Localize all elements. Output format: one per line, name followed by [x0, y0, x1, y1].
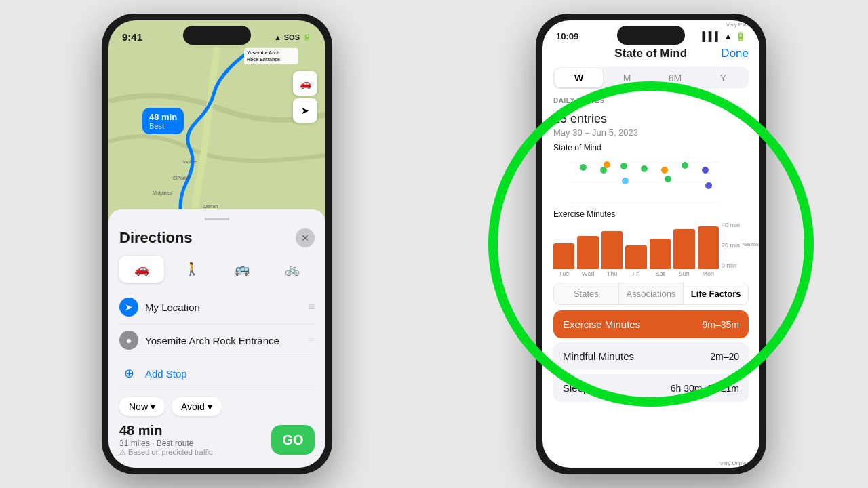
- dynamic-island-left: [183, 26, 251, 45]
- wifi-icon: ▲: [724, 31, 732, 41]
- route-controls: Now ▾ Avoid ▾: [119, 397, 315, 416]
- svg-point-17: [604, 161, 610, 168]
- directions-header: Directions ✕: [119, 228, 315, 247]
- bar-sat: [650, 239, 671, 270]
- tab-6month[interactable]: 6M: [651, 68, 699, 87]
- tab-walk[interactable]: 🚶: [170, 256, 214, 283]
- add-stop-row[interactable]: ⊕ Add Stop: [119, 357, 315, 390]
- axis-very-unpleasant: Very Unpleasant: [715, 460, 760, 466]
- metric-mindful-label: Mindful Minutes: [563, 350, 634, 362]
- go-button[interactable]: GO: [271, 425, 315, 455]
- tab-states[interactable]: States: [554, 283, 619, 304]
- svg-point-19: [622, 178, 629, 184]
- day-sat: Sat: [650, 270, 671, 277]
- exercise-bars: [553, 222, 719, 269]
- exercise-chart-area: Tue Wed Thu Fri Sat Sun Mon: [553, 222, 719, 277]
- svg-text:Yosemite Arch: Yosemite Arch: [247, 50, 279, 55]
- right-phone: 10:09 ▌▌▌ ▲ 🔋 State of Mind Done W: [536, 14, 766, 474]
- health-content: State of Mind Done W M 6M Y DAILY STATES…: [542, 44, 760, 468]
- tab-week[interactable]: W: [555, 68, 603, 87]
- tab-transit[interactable]: 🚌: [220, 256, 264, 283]
- waypoint-start-label[interactable]: My Location: [145, 302, 302, 313]
- svg-point-23: [682, 162, 688, 169]
- bar-tue: [553, 243, 574, 270]
- count-suffix: entries: [567, 112, 607, 125]
- day-labels: Tue Wed Thu Fri Sat Sun Mon: [553, 270, 719, 277]
- compass-button[interactable]: ➤: [293, 98, 317, 123]
- left-phone: 9:41 ▲ SOS 🔋 Using Offline Maps: [102, 14, 332, 474]
- battery-icon: 🔋: [302, 33, 312, 41]
- bar-fri: [625, 245, 646, 269]
- car-mode-button[interactable]: 🚗: [293, 71, 317, 96]
- sos-label: SOS: [284, 33, 300, 41]
- bar-thu: [601, 231, 623, 269]
- now-button[interactable]: Now ▾: [119, 397, 165, 416]
- transport-tabs: 🚗 🚶 🚌 🚲: [119, 256, 315, 283]
- som-section: State of Mind: [553, 143, 749, 209]
- tab-car[interactable]: 🚗: [119, 256, 164, 283]
- avoid-label: Avoid ▾: [181, 401, 212, 412]
- close-directions-button[interactable]: ✕: [296, 228, 315, 247]
- route-summary: 48 min 31 miles · Best route ⚠ Based on …: [119, 416, 315, 457]
- count-number: 15: [553, 112, 567, 125]
- right-phone-wrapper: 10:09 ▌▌▌ ▲ 🔋 State of Mind Done W: [536, 14, 766, 474]
- traffic-note: ⚠ Based on predicted traffic: [119, 448, 213, 457]
- battery-right-icon: 🔋: [735, 31, 746, 41]
- svg-text:Midpines: Midpines: [153, 190, 172, 196]
- route-time: 48 min: [149, 112, 177, 122]
- time-right: 10:09: [556, 31, 578, 41]
- drag-handle: [205, 218, 229, 220]
- bar-mon: [698, 226, 719, 269]
- dynamic-island-right: [617, 26, 685, 45]
- day-fri: Fri: [625, 270, 646, 277]
- route-quality: Best: [149, 122, 177, 130]
- waypoint-dest: ● Yosemite Arch Rock Entrance ≡: [119, 324, 315, 357]
- day-thu: Thu: [601, 270, 623, 277]
- now-label: Now ▾: [129, 401, 155, 412]
- dest-icon: ●: [119, 331, 138, 350]
- signal-icon: ▲: [274, 33, 281, 41]
- day-tue: Tue: [553, 270, 574, 277]
- status-icons-left: ▲ SOS 🔋: [274, 33, 312, 41]
- axis-neutral: Neutral: [715, 241, 760, 247]
- time-left: 9:41: [122, 31, 142, 43]
- map-area[interactable]: Using Offline Maps Yosemite Arch Rock En…: [108, 47, 326, 209]
- health-title: State of Mind: [580, 47, 721, 60]
- right-screen: 10:09 ▌▌▌ ▲ 🔋 State of Mind Done W: [542, 20, 760, 468]
- drag-handle-dest-icon: ≡: [309, 334, 315, 346]
- route-time-label: 48 min Best: [142, 108, 184, 134]
- summary-text: 48 min 31 miles · Best route ⚠ Based on …: [119, 423, 213, 457]
- left-screen: 9:41 ▲ SOS 🔋 Using Offline Maps: [108, 20, 326, 468]
- svg-point-25: [705, 182, 712, 189]
- tab-month[interactable]: M: [603, 68, 651, 87]
- directions-panel: Directions ✕ 🚗 🚶 🚌 🚲 ➤ My Location ≡ ● Y…: [108, 209, 326, 468]
- location-icon: ➤: [119, 298, 138, 317]
- day-wed: Wed: [577, 270, 598, 277]
- directions-title: Directions: [119, 229, 193, 247]
- bar-sun: [673, 229, 694, 270]
- avoid-button[interactable]: Avoid ▾: [172, 397, 222, 416]
- bar-wed: [577, 236, 598, 269]
- som-axis: Very Pleasant Neutral Very Unpleasant: [715, 44, 760, 468]
- right-status-icons: ▌▌▌ ▲ 🔋: [702, 31, 746, 41]
- waypoint-dest-label[interactable]: Yosemite Arch Rock Entrance: [145, 335, 302, 346]
- metric-sleep-label: Sleep: [563, 382, 589, 394]
- tab-bike[interactable]: 🚲: [270, 256, 315, 283]
- day-mon: Mon: [698, 270, 719, 277]
- svg-text:Rock Entrance: Rock Entrance: [247, 57, 280, 62]
- drag-handle-icon: ≡: [309, 301, 315, 313]
- signal-bars-icon: ▌▌▌: [702, 31, 721, 41]
- tab-associations[interactable]: Associations: [619, 283, 684, 304]
- svg-point-21: [661, 167, 668, 174]
- svg-text:ElPortal: ElPortal: [173, 176, 190, 180]
- map-controls: 🚗 ➤: [293, 71, 317, 123]
- add-stop-label[interactable]: Add Stop: [145, 368, 315, 380]
- summary-detail: 31 miles · Best route: [119, 439, 213, 448]
- svg-text:Darrah: Darrah: [203, 204, 218, 209]
- waypoint-start: ➤ My Location ≡: [119, 291, 315, 324]
- metric-exercise-label: Exercise Minutes: [563, 319, 640, 330]
- add-stop-icon: ⊕: [119, 364, 138, 383]
- svg-point-20: [641, 165, 648, 172]
- day-sun: Sun: [673, 270, 694, 277]
- summary-time: 48 min: [119, 423, 213, 439]
